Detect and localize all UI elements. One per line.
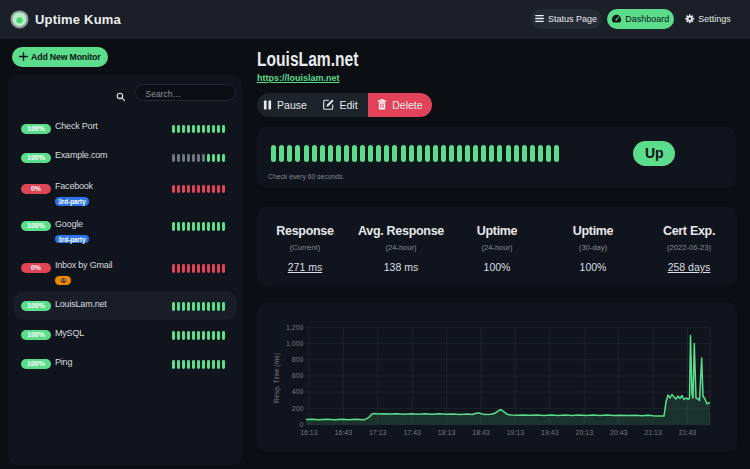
svg-text:21:13: 21:13 [644,429,662,436]
svg-text:0: 0 [300,421,304,428]
svg-text:19:43: 19:43 [541,429,559,436]
svg-text:16:43: 16:43 [335,429,353,436]
svg-text:18:43: 18:43 [472,429,490,436]
svg-text:200: 200 [292,405,304,412]
svg-text:21:43: 21:43 [679,429,697,436]
svg-text:1,200: 1,200 [286,324,304,331]
svg-text:17:13: 17:13 [369,429,387,436]
svg-text:16:13: 16:13 [300,429,318,436]
svg-text:17:43: 17:43 [403,429,421,436]
svg-text:20:43: 20:43 [610,429,628,436]
svg-text:1,000: 1,000 [286,340,304,347]
svg-text:Resp. Time (ms): Resp. Time (ms) [273,353,281,403]
svg-text:400: 400 [292,388,304,395]
svg-text:18:13: 18:13 [438,429,456,436]
svg-text:800: 800 [292,356,304,363]
svg-text:19:13: 19:13 [507,429,525,436]
svg-text:600: 600 [292,372,304,379]
svg-text:20:13: 20:13 [576,429,594,436]
